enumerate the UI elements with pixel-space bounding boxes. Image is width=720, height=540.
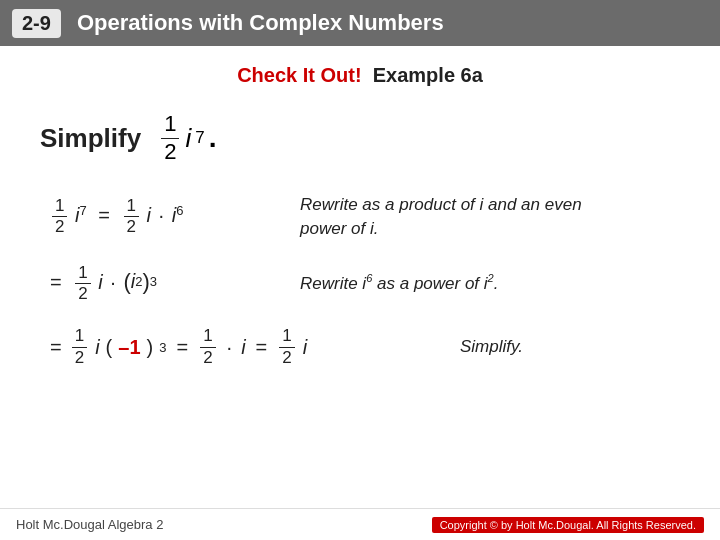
lesson-badge: 2-9 [12,9,61,38]
step-1-expr: 1 2 i7 = 1 2 i · i6 [50,196,270,238]
step-1-row: 1 2 i7 = 1 2 i · i6 Rewrite as a product… [50,193,680,241]
simplify-row: Simplify 1 2 i7. [40,111,680,165]
footer-left: Holt Mc.Dougal Algebra 2 [16,517,163,532]
footer-right: Copyright © by Holt Mc.Dougal. All Right… [432,517,704,533]
step-3-row: = 1 2 i ( –1 )3 = 1 2 · i = 1 2 [50,326,680,368]
step-2-note: Rewrite i6 as a power of i2. [300,271,498,295]
simplify-expression: 1 2 i7. [159,111,216,165]
check-it-out: Check It Out! [237,64,361,86]
subtitle: Check It Out! Example 6a [40,64,680,87]
step-2-expr: = 1 2 i · ( i2 )3 [50,263,270,305]
example-label: Example 6a [367,64,483,86]
header-title: Operations with Complex Numbers [77,10,444,36]
step-1-note: Rewrite as a product of i and an even po… [300,193,620,241]
main-content: Check It Out! Example 6a Simplify 1 2 i7… [0,46,720,378]
step-3-note: Simplify. [460,335,523,359]
footer: Holt Mc.Dougal Algebra 2 Copyright © by … [0,508,720,540]
step-3-expr: = 1 2 i ( –1 )3 = 1 2 · i = 1 2 [50,326,430,368]
header: 2-9 Operations with Complex Numbers [0,0,720,46]
math-steps: 1 2 i7 = 1 2 i · i6 Rewrite as a product… [50,193,680,368]
simplify-label: Simplify [40,123,141,154]
step-2-row: = 1 2 i · ( i2 )3 Rewrite i6 as a power … [50,263,680,305]
fraction-half: 1 2 [161,111,179,165]
